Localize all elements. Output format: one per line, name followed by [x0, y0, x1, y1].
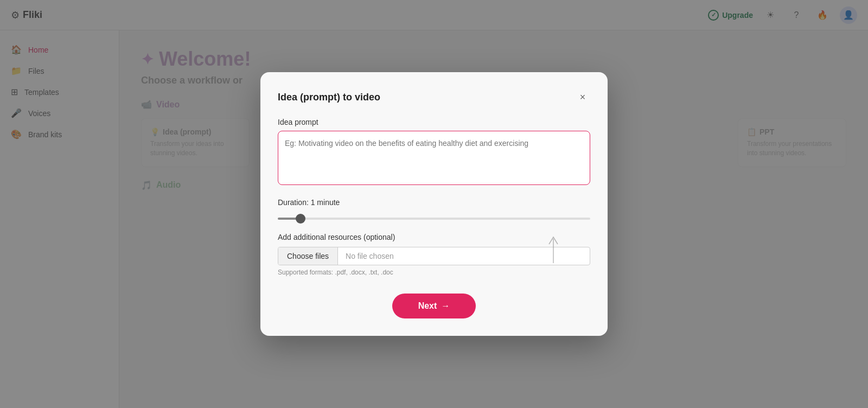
modal-overlay: Idea (prompt) to video × Idea prompt Dur… [0, 0, 868, 408]
modal-title: Idea (prompt) to video [278, 92, 380, 103]
modal-header: Idea (prompt) to video × [278, 90, 590, 105]
choose-files-button[interactable]: Choose files [278, 247, 338, 265]
idea-prompt-textarea[interactable] [278, 131, 590, 185]
no-file-text: No file chosen [338, 247, 401, 265]
idea-prompt-label: Idea prompt [278, 118, 590, 126]
modal-footer: Next → [278, 294, 590, 318]
duration-slider[interactable] [278, 218, 590, 220]
duration-label: Duration: 1 minute [278, 198, 590, 207]
slider-container [278, 212, 590, 222]
next-label: Next [418, 301, 437, 311]
next-arrow-icon: → [441, 301, 450, 311]
arrow-annotation [542, 236, 564, 271]
idea-prompt-modal: Idea (prompt) to video × Idea prompt Dur… [260, 72, 608, 336]
next-button[interactable]: Next → [392, 294, 476, 318]
close-icon: × [580, 92, 586, 103]
modal-close-button[interactable]: × [575, 90, 590, 105]
